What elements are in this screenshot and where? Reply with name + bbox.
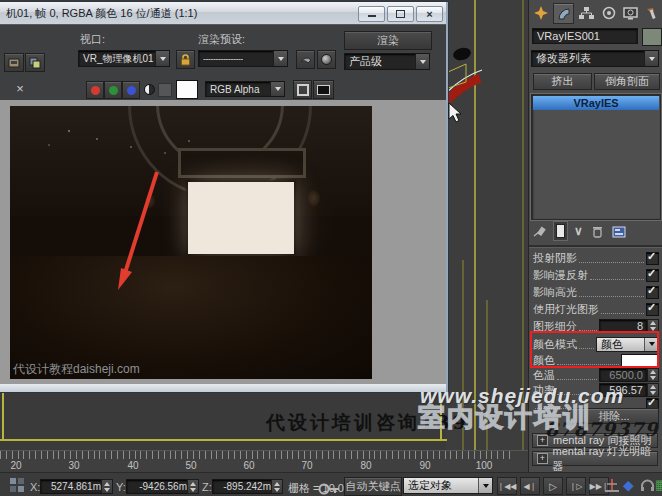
- render-button[interactable]: 渲染: [344, 31, 432, 50]
- clear-color-swatch[interactable]: [176, 80, 198, 99]
- rollout-label: mental ray 灯光明暗器: [553, 444, 657, 474]
- tick-label: 30: [68, 460, 79, 471]
- maximize-button[interactable]: [387, 6, 414, 22]
- modifier-stack-list[interactable]: VRayIES: [531, 94, 661, 220]
- z-coordinate-field[interactable]: -895.242m: [212, 479, 275, 494]
- tab-utilities[interactable]: [643, 3, 662, 22]
- chevron-down-icon: [278, 57, 284, 61]
- fullscreen-display-button[interactable]: [313, 80, 334, 99]
- lock-viewport-button[interactable]: [176, 50, 195, 69]
- play-button[interactable]: ▷: [543, 477, 563, 495]
- y-coordinate-field[interactable]: -9426.56m: [126, 479, 191, 494]
- rollout-mentalray-shader[interactable]: + mental ray 灯光明暗器: [532, 451, 658, 466]
- set-key-icon[interactable]: [318, 482, 340, 496]
- modifier-list-combo[interactable]: 修改器列表: [531, 50, 659, 67]
- auto-key-label: 自动关键点: [346, 479, 401, 494]
- dropdown-button[interactable]: [478, 478, 492, 493]
- remove-modifier-icon[interactable]: [592, 225, 603, 238]
- stack-item-selected[interactable]: VRayIES: [533, 96, 659, 110]
- param-label: 使用灯光图形: [533, 302, 599, 317]
- save-image-button[interactable]: [4, 53, 24, 72]
- viewport-label: 视口:: [80, 32, 105, 47]
- tab-modify[interactable]: [553, 3, 574, 24]
- render-button-label: 渲染: [377, 33, 399, 48]
- green-channel-button[interactable]: [104, 81, 122, 99]
- render-setup-button[interactable]: [296, 50, 315, 69]
- render-window-bottom-edge: [0, 384, 446, 392]
- clear-button[interactable]: ×: [12, 81, 28, 97]
- tick-label: 90: [419, 460, 430, 471]
- go-to-start-button[interactable]: ❘◀◀: [497, 477, 517, 495]
- selection-filter-combo[interactable]: 选定对象: [403, 477, 493, 494]
- dropdown-button[interactable]: [644, 51, 658, 66]
- selection-lock-icon[interactable]: [10, 478, 25, 493]
- modifier-list-label: 修改器列表: [536, 51, 591, 66]
- y-label: Y:: [116, 481, 126, 493]
- spinner[interactable]: [101, 479, 113, 494]
- tab-motion[interactable]: [599, 3, 618, 22]
- viewport-combo[interactable]: VR_物理像机01: [78, 50, 170, 67]
- spinner[interactable]: [271, 479, 283, 494]
- maximize-icon: [396, 10, 405, 18]
- blue-channel-button[interactable]: [122, 81, 140, 99]
- dropdown-button[interactable]: [273, 51, 287, 66]
- x-coordinate-field[interactable]: 5274.861m: [40, 479, 105, 494]
- previous-frame-button[interactable]: ◀❘: [520, 477, 540, 495]
- close-button[interactable]: ×: [416, 6, 443, 22]
- color-temp-field[interactable]: 6500.0: [599, 368, 647, 382]
- headset-icon[interactable]: [640, 478, 655, 493]
- copy-image-button[interactable]: [25, 53, 45, 72]
- tab-display[interactable]: [621, 3, 640, 22]
- hierarchy-icon: [579, 6, 594, 20]
- timeline-ruler[interactable]: 20 30 40 50 60 70 80 90 100: [0, 450, 528, 473]
- cubes-icon[interactable]: ▦: [655, 477, 662, 492]
- chevron-down-icon: [160, 57, 166, 61]
- extrude-label: 挤出: [552, 74, 574, 89]
- gem-icon[interactable]: ◆: [623, 477, 634, 493]
- pin-stack-icon[interactable]: [533, 225, 547, 238]
- stack-item-label: VRayIES: [573, 97, 618, 109]
- selection-filter-value: 选定对象: [408, 478, 452, 493]
- dropdown-button[interactable]: [415, 54, 429, 69]
- configure-modifier-sets-icon[interactable]: [612, 225, 626, 238]
- red-channel-button[interactable]: [86, 81, 104, 99]
- red-channel-icon: [91, 86, 100, 95]
- show-end-result-icon[interactable]: [556, 224, 565, 238]
- plus-icon: +: [537, 453, 548, 464]
- checkbox[interactable]: [646, 303, 659, 316]
- checkbox[interactable]: [646, 286, 659, 299]
- bevel-profile-label: 倒角剖面: [605, 74, 649, 89]
- quality-combo[interactable]: 产品级: [344, 53, 430, 70]
- channel-display-combo[interactable]: RGB Alpha: [205, 81, 285, 97]
- copy-to-clipboard-button[interactable]: [293, 80, 312, 99]
- checkbox[interactable]: [646, 252, 659, 265]
- spinner[interactable]: [647, 368, 659, 382]
- param-row-affect-specular: 影响高光: [533, 285, 659, 299]
- checkbox[interactable]: [646, 269, 659, 282]
- render-image: 代设计教程daisheji.com: [10, 106, 372, 379]
- environment-button[interactable]: [317, 50, 336, 69]
- dropdown-button[interactable]: [270, 82, 284, 96]
- app-root: 代设计培训咨询139 87879379 室内设计培训 www.shejiedu.…: [0, 0, 662, 496]
- object-color-swatch[interactable]: [642, 28, 662, 46]
- monitor-icon: [317, 85, 330, 95]
- render-preset-combo[interactable]: ----------------: [198, 50, 288, 67]
- create-icon: [534, 6, 548, 20]
- next-frame-button[interactable]: ❘▷: [566, 477, 586, 495]
- tab-create[interactable]: [531, 3, 550, 22]
- spinner[interactable]: [187, 479, 199, 494]
- mono-channel-button[interactable]: [141, 81, 157, 97]
- x-label: X:: [30, 481, 40, 493]
- tab-hierarchy[interactable]: [577, 3, 596, 22]
- minimize-button[interactable]: [358, 6, 385, 22]
- alpha-channel-button[interactable]: [158, 83, 172, 97]
- make-unique-icon[interactable]: ∨: [574, 224, 583, 238]
- auto-key-button[interactable]: 自动关键点: [344, 477, 402, 496]
- object-name-field[interactable]: VRayIES001: [532, 28, 638, 44]
- dropdown-button[interactable]: [155, 51, 169, 66]
- chevron-down-icon: [483, 484, 489, 488]
- bevel-profile-button[interactable]: 倒角剖面: [594, 73, 660, 90]
- chevron-down-icon: [420, 60, 426, 64]
- axis-tripod-icon[interactable]: [604, 478, 620, 494]
- extrude-button[interactable]: 挤出: [533, 73, 592, 90]
